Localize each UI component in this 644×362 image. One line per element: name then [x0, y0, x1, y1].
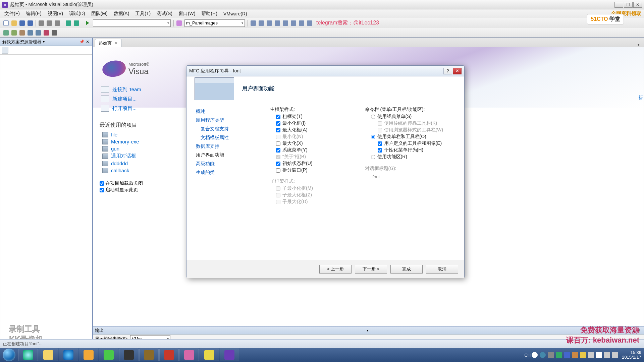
- menu-tools[interactable]: 工具(T): [132, 10, 154, 17]
- tool-misc-3[interactable]: [266, 19, 273, 27]
- debug-icon-7[interactable]: [51, 29, 58, 37]
- back-button[interactable]: < 上一步: [319, 265, 352, 274]
- minimize-button[interactable]: ─: [614, 2, 623, 8]
- recent-item[interactable]: file: [102, 131, 139, 138]
- chk-sysmenu[interactable]: 系统菜单(Y): [270, 147, 362, 154]
- tray-clock[interactable]: 15:39 2015/2/17: [622, 350, 641, 360]
- tray-flag-icon[interactable]: [596, 352, 602, 358]
- menu-data[interactable]: 数据(A): [111, 10, 132, 17]
- nav-ui[interactable]: 用户界面功能: [196, 151, 265, 160]
- taskbar-item[interactable]: [99, 349, 118, 361]
- undo-icon[interactable]: [65, 19, 72, 27]
- tray-icon[interactable]: [556, 352, 562, 358]
- chk-split[interactable]: 拆分窗口(P): [270, 167, 362, 174]
- dialog-close-button[interactable]: ✕: [453, 68, 462, 74]
- tray-icon[interactable]: [580, 352, 586, 358]
- taskbar-item[interactable]: [159, 349, 179, 361]
- copy-icon[interactable]: [46, 19, 53, 27]
- tray-icon[interactable]: [532, 352, 538, 358]
- menu-team[interactable]: 团队(M): [88, 10, 111, 17]
- tool-misc-4[interactable]: [274, 19, 281, 27]
- new-file-icon[interactable]: [2, 19, 10, 27]
- link-new-project[interactable]: 新建项目...: [101, 94, 141, 104]
- pin-icon[interactable]: 📌: [79, 40, 85, 44]
- chk-show-on-startup[interactable]: 启动时显示此页: [100, 187, 143, 193]
- recent-item[interactable]: gun: [102, 145, 139, 152]
- menu-vmware[interactable]: VMware(R): [220, 10, 250, 17]
- tabstrip-menu-icon[interactable]: ▾: [636, 43, 642, 47]
- tab-close-icon[interactable]: ✕: [114, 41, 118, 46]
- chk-statusbar[interactable]: 初始状态栏(U): [270, 160, 362, 167]
- nav-overview[interactable]: 概述: [196, 107, 265, 116]
- taskbar-item[interactable]: [79, 349, 98, 361]
- tray-help-icon[interactable]: [540, 352, 546, 358]
- redo-icon[interactable]: [73, 19, 80, 27]
- taskbar-item[interactable]: [179, 349, 199, 361]
- chk-maximize[interactable]: 最大化(X): [270, 140, 362, 147]
- menu-view[interactable]: 视图(V): [45, 10, 66, 17]
- dialog-help-button[interactable]: ?: [443, 68, 452, 74]
- nav-apptype[interactable]: 应用程序类型: [196, 116, 265, 125]
- tool-misc-2[interactable]: [258, 19, 265, 27]
- panel-menu-icon[interactable]: ▾: [42, 40, 46, 44]
- nav-doctmpl[interactable]: 文档模板属性: [196, 133, 265, 142]
- panel-close-icon[interactable]: ✕: [85, 40, 90, 44]
- debug-reg-icon[interactable]: [10, 29, 18, 37]
- find-combo[interactable]: m_PanelImages▾: [184, 19, 245, 27]
- save-icon[interactable]: [18, 19, 26, 27]
- debug-icon-5[interactable]: [35, 29, 42, 37]
- side-column-link[interactable]: 据: [639, 94, 644, 101]
- tray-battery-icon[interactable]: [612, 352, 618, 358]
- menu-test[interactable]: 测试(S): [154, 10, 175, 17]
- menu-file[interactable]: 文件(F): [1, 10, 23, 17]
- recent-item[interactable]: 通用对话框: [102, 152, 139, 160]
- cut-icon[interactable]: [38, 19, 45, 27]
- next-button[interactable]: 下一步 >: [355, 265, 387, 274]
- radio-classic-menu[interactable]: 使用经典菜单(S): [365, 113, 457, 120]
- close-button[interactable]: ✕: [633, 2, 642, 8]
- tray-network-icon[interactable]: [604, 352, 610, 358]
- maximize-button[interactable]: ❐: [624, 2, 633, 8]
- start-debug-icon[interactable]: [84, 19, 91, 27]
- debug-stack-icon[interactable]: [18, 29, 26, 37]
- menu-debug[interactable]: 调试(D): [66, 10, 88, 17]
- radio-ribbon[interactable]: 使用功能区(R): [365, 154, 457, 160]
- solution-home-icon[interactable]: [2, 47, 8, 54]
- recent-item[interactable]: callback: [102, 167, 139, 174]
- tray-icon[interactable]: [564, 352, 570, 358]
- chk-close-after-load[interactable]: 在项目加载后关闭: [100, 180, 143, 187]
- tray-volume-icon[interactable]: [588, 352, 594, 358]
- menu-help[interactable]: 帮助(H): [198, 10, 220, 17]
- finish-button[interactable]: 完成: [390, 265, 423, 274]
- taskbar-item[interactable]: [18, 349, 38, 361]
- link-connect-team[interactable]: 连接到 Team: [101, 85, 141, 94]
- nav-genclass[interactable]: 生成的类: [196, 168, 265, 177]
- tool-misc-6[interactable]: [290, 19, 297, 27]
- taskbar-item[interactable]: [119, 349, 139, 361]
- chk-personal-menu[interactable]: 个性化菜单行为(H): [372, 147, 457, 154]
- nav-compound[interactable]: 复合文档支持: [196, 125, 265, 133]
- chk-minbox[interactable]: 最小化框(I): [270, 120, 362, 127]
- nav-db[interactable]: 数据库支持: [196, 142, 265, 151]
- dialog-title-input[interactable]: [371, 173, 456, 180]
- config-combo[interactable]: ▾: [93, 19, 171, 27]
- radio-menubar-toolbar[interactable]: 使用菜单栏和工具栏(O): [365, 133, 457, 140]
- taskbar-item[interactable]: [59, 349, 78, 361]
- tab-start-page[interactable]: 起始页✕: [95, 39, 121, 47]
- start-button[interactable]: [0, 348, 18, 362]
- tool-misc-1[interactable]: [250, 19, 257, 27]
- recent-item[interactable]: Memory-exe: [102, 138, 139, 145]
- chk-thickframe[interactable]: 粗框架(T): [270, 113, 362, 120]
- debug-step-icon[interactable]: [2, 29, 10, 37]
- open-icon[interactable]: [10, 19, 18, 27]
- nav-advanced[interactable]: 高级功能: [196, 160, 265, 168]
- tool-misc-5[interactable]: [282, 19, 289, 27]
- tray-lang[interactable]: CH: [524, 353, 531, 358]
- taskbar-vs[interactable]: [220, 349, 239, 361]
- paste-icon[interactable]: [54, 19, 61, 27]
- menu-window[interactable]: 窗口(W): [175, 10, 199, 17]
- taskbar-item[interactable]: [39, 349, 58, 361]
- taskbar-item[interactable]: [200, 349, 219, 361]
- tray-icon[interactable]: [572, 352, 578, 358]
- recent-item[interactable]: dddddd: [102, 160, 139, 167]
